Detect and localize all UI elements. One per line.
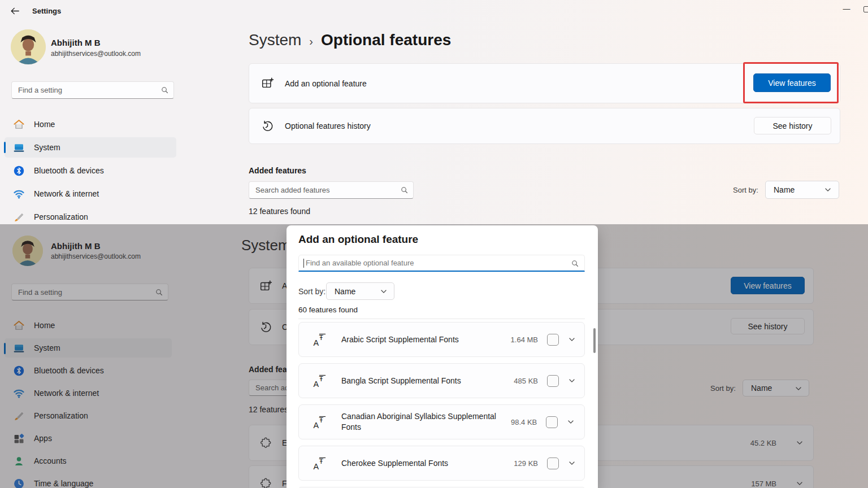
add-optional-feature-label: Add an optional feature [285,79,367,88]
dialog-search-input[interactable] [306,259,571,267]
find-setting-searchbox[interactable] [11,81,174,99]
bluetooth-icon [12,164,25,177]
sort-value: Name [774,185,795,194]
sort-by-label: Sort by: [733,186,758,194]
sort-dropdown[interactable]: Name [765,181,839,199]
feature-size: 485 KB [514,377,538,385]
expand-chevron-icon[interactable] [568,377,576,385]
sidebar-item-label: Home [34,120,55,129]
expand-chevron-icon[interactable] [567,418,575,426]
dialog-scrollbar-thumb[interactable] [593,328,596,353]
feature-size: 98.4 KB [511,418,537,426]
sort-by-label: Sort by: [298,287,326,296]
sidebar-item-label: Personalization [34,212,88,221]
fonts-icon [313,374,327,388]
chevron-down-icon [380,287,387,295]
feature-name: Arabic Script Supplemental Fonts [341,334,511,345]
search-icon [160,86,169,94]
added-features-heading: Added features [249,166,306,175]
optional-features-history-label: Optional features history [285,121,371,130]
sidebar-item-label: System [34,143,60,152]
breadcrumb-parent[interactable]: System [249,31,301,49]
page-title: Optional features [321,31,451,49]
text-cursor [303,259,304,268]
maximize-button[interactable] [863,6,868,12]
search-added-features-input[interactable] [255,186,400,194]
divider [298,319,585,319]
dialog-sort-dropdown[interactable]: Name [326,282,394,300]
feature-name: Canadian Aboriginal Syllabics Supplement… [341,411,511,433]
view-features-button[interactable]: View features [753,73,831,92]
settings-window-bottom: Abhijith M B abhijithservices@outlook.co… [0,224,868,488]
search-icon [571,259,579,267]
fonts-icon [313,333,327,347]
system-icon [12,141,25,154]
sidebar-item-label: Bluetooth & devices [34,166,104,175]
expand-chevron-icon[interactable] [568,336,576,344]
dialog-searchbox[interactable] [298,255,585,272]
user-avatar[interactable] [11,29,46,64]
fonts-icon [313,456,327,470]
see-history-button[interactable]: See history [754,117,831,134]
wifi-icon [12,188,25,200]
feature-row[interactable]: Cherokee Supplemental Fonts 129 KB [298,446,585,481]
home-icon [12,118,25,130]
back-button[interactable] [10,6,20,19]
sort-value: Name [335,287,355,296]
add-optional-feature-dialog: Add an optional feature Sort by: Name 60… [287,225,598,488]
breadcrumb-separator: › [309,33,313,48]
feature-checkbox[interactable] [547,457,559,469]
feature-checkbox[interactable] [547,375,559,387]
feature-name: Bangla Script Supplemental Fonts [341,376,514,386]
find-setting-input[interactable] [18,86,160,94]
feature-row[interactable]: Arabic Script Supplemental Fonts 1.64 MB [298,322,585,357]
grid-plus-icon [261,77,274,90]
feature-size: 129 KB [514,459,538,468]
brush-icon [12,211,25,223]
history-icon [261,120,274,133]
sidebar-item-personalization[interactable]: Personalization [5,207,176,224]
sidebar-item-network[interactable]: Network & internet [5,184,176,204]
dialog-title: Add an optional feature [298,233,418,246]
chevron-down-icon [824,186,832,194]
feature-name: Cherokee Supplemental Fonts [341,458,514,469]
sidebar-item-bluetooth[interactable]: Bluetooth & devices [5,160,176,181]
optional-features-history-row[interactable]: Optional features history [249,108,840,144]
feature-checkbox[interactable] [546,416,558,428]
settings-window-top: Settings — Abhijith M B abhijithservices… [0,0,868,224]
search-added-features-box[interactable] [249,181,414,199]
feature-size: 1.64 MB [511,336,538,344]
features-found-count: 12 features found [249,207,310,216]
user-email: abhijithservices@outlook.com [51,50,141,58]
expand-chevron-icon[interactable] [568,459,576,468]
sidebar-item-home[interactable]: Home [5,114,176,134]
breadcrumb: System › Optional features [249,31,451,49]
fonts-icon [313,415,327,429]
add-optional-feature-row[interactable]: Add an optional feature [249,63,840,103]
sidebar-item-label: Network & internet [34,189,99,198]
sidebar-item-system[interactable]: System [5,137,176,158]
search-icon [400,186,409,194]
feature-checkbox[interactable] [547,334,559,346]
app-title: Settings [32,7,61,15]
dialog-features-found-count: 60 features found [298,306,358,314]
selected-indicator [4,142,6,153]
minimize-button[interactable]: — [839,5,854,13]
feature-row[interactable]: Bangla Script Supplemental Fonts 485 KB [298,363,585,398]
feature-row[interactable]: Canadian Aboriginal Syllabics Supplement… [298,404,585,439]
user-name: Abhijith M B [51,38,100,47]
